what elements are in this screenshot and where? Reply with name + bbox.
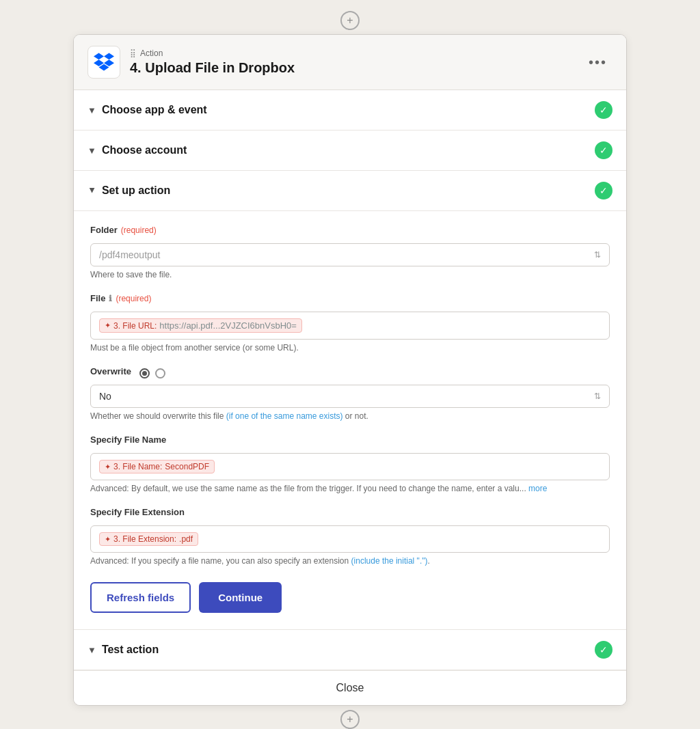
setup-action-label: Set up action: [102, 184, 595, 197]
file-ext-hint: Advanced: If you specify a file name, yo…: [90, 556, 610, 566]
file-label-row: File ℹ (required): [90, 293, 610, 307]
choose-account-check: ✓: [595, 141, 612, 159]
test-action-check: ✓: [595, 641, 612, 659]
continue-button[interactable]: Continue: [199, 582, 282, 613]
setup-action-check: ✓: [595, 182, 612, 200]
more-options-button[interactable]: •••: [583, 52, 612, 73]
file-required: (required): [116, 294, 151, 303]
file-field-group: File ℹ (required) ✦ 3. File URL: https:/…: [90, 293, 610, 353]
file-name-hint: Advanced: By default, we use the same na…: [90, 484, 610, 493]
file-name-tag: ✦ 3. File Name: SecondPDF: [99, 460, 215, 473]
test-action-label: Test action: [102, 644, 595, 656]
refresh-fields-button[interactable]: Refresh fields: [90, 582, 191, 613]
file-tag-label: 3. File URL:: [113, 321, 157, 331]
chevron-down-icon: ▼: [88, 146, 96, 156]
action-badge-icon: ⣿: [130, 49, 137, 58]
choose-account-label: Choose account: [102, 144, 595, 156]
setup-action-section[interactable]: ▲ Set up action ✓: [74, 171, 626, 211]
choose-app-check: ✓: [595, 101, 612, 119]
file-name-tag-icon: ✦: [105, 463, 111, 471]
test-action-section[interactable]: ▼ Test action ✓: [74, 630, 626, 670]
overwrite-radio-yes[interactable]: [139, 368, 150, 379]
folder-select[interactable]: /pdf4meoutput ⇅: [90, 243, 610, 266]
file-name-input[interactable]: ✦ 3. File Name: SecondPDF: [90, 453, 610, 480]
overwrite-select[interactable]: No ⇅: [90, 385, 610, 408]
file-tag-icon: ✦: [105, 321, 111, 330]
file-name-more-link[interactable]: more: [528, 484, 547, 493]
choose-app-section[interactable]: ▼ Choose app & event ✓: [74, 90, 626, 130]
file-ext-label: Specify File Extension: [90, 507, 185, 517]
overwrite-radio-no[interactable]: [155, 368, 165, 379]
header-text: ⣿ Action 4. Upload File in Dropbox: [130, 49, 574, 76]
add-step-top-button[interactable]: +: [340, 11, 360, 30]
action-badge-label: Action: [140, 49, 163, 58]
file-info-icon: ℹ: [109, 294, 112, 303]
file-name-tag-value: SecondPDF: [165, 462, 209, 471]
file-ext-label-row: Specify File Extension: [90, 507, 610, 521]
file-name-label: Specify File Name: [90, 435, 166, 445]
action-buttons: Refresh fields Continue: [90, 582, 610, 613]
folder-placeholder: /pdf4meoutput: [99, 249, 161, 260]
chevron-up-icon: ▲: [88, 186, 96, 196]
folder-required: (required): [121, 225, 157, 235]
overwrite-radio-group: [139, 368, 165, 379]
overwrite-label-row: Overwrite: [90, 366, 610, 381]
overwrite-hint: Whether we should overwrite this file (i…: [90, 411, 610, 421]
folder-field-group: Folder (required) /pdf4meoutput ⇅ Where …: [90, 225, 610, 279]
card-header: ⣿ Action 4. Upload File in Dropbox •••: [74, 35, 626, 90]
action-badge: ⣿ Action: [130, 49, 574, 58]
file-name-label-row: Specify File Name: [90, 435, 610, 449]
overwrite-arrows-icon: ⇅: [594, 391, 601, 401]
setup-content: Folder (required) /pdf4meoutput ⇅ Where …: [74, 211, 626, 630]
dropbox-logo: [88, 46, 120, 79]
page-title: 4. Upload File in Dropbox: [130, 60, 574, 76]
chevron-down-icon: ▼: [88, 105, 96, 115]
file-name-field-group: Specify File Name ✦ 3. File Name: Second…: [90, 435, 610, 493]
folder-hint: Where to save the file.: [90, 270, 610, 279]
file-ext-tag-value: .pdf: [179, 534, 193, 544]
overwrite-value: No: [99, 391, 111, 402]
overwrite-label: Overwrite: [90, 366, 131, 376]
file-label: File ℹ (required): [90, 293, 151, 303]
add-step-bottom-button[interactable]: +: [340, 710, 360, 729]
folder-arrows-icon: ⇅: [594, 250, 601, 260]
overwrite-field-group: Overwrite No ⇅ Whether we should overwri…: [90, 366, 610, 421]
file-input[interactable]: ✦ 3. File URL: https://api.pdf...2VJZCI6…: [90, 312, 610, 340]
chevron-down-icon: ▼: [88, 645, 96, 655]
file-tag-value: https://api.pdf...2VJZCI6bnVsbH0=: [159, 320, 297, 331]
close-button[interactable]: Close: [74, 670, 626, 705]
dropbox-icon: [94, 52, 114, 72]
choose-app-label: Choose app & event: [102, 104, 595, 116]
file-url-tag: ✦ 3. File URL: https://api.pdf...2VJZCI6…: [99, 318, 302, 333]
file-ext-tag: ✦ 3. File Extension: .pdf: [99, 532, 198, 546]
folder-label: Folder (required): [90, 225, 157, 235]
action-card: ⣿ Action 4. Upload File in Dropbox ••• ▼…: [73, 34, 627, 706]
file-hint: Must be a file object from another servi…: [90, 343, 610, 353]
file-ext-field-group: Specify File Extension ✦ 3. File Extensi…: [90, 507, 610, 566]
folder-label-row: Folder (required): [90, 225, 610, 239]
file-ext-input[interactable]: ✦ 3. File Extension: .pdf: [90, 525, 610, 553]
choose-account-section[interactable]: ▼ Choose account ✓: [74, 130, 626, 171]
file-ext-tag-icon: ✦: [105, 535, 111, 544]
file-ext-tag-label: 3. File Extension:: [113, 534, 176, 544]
file-name-tag-label: 3. File Name:: [113, 462, 162, 471]
